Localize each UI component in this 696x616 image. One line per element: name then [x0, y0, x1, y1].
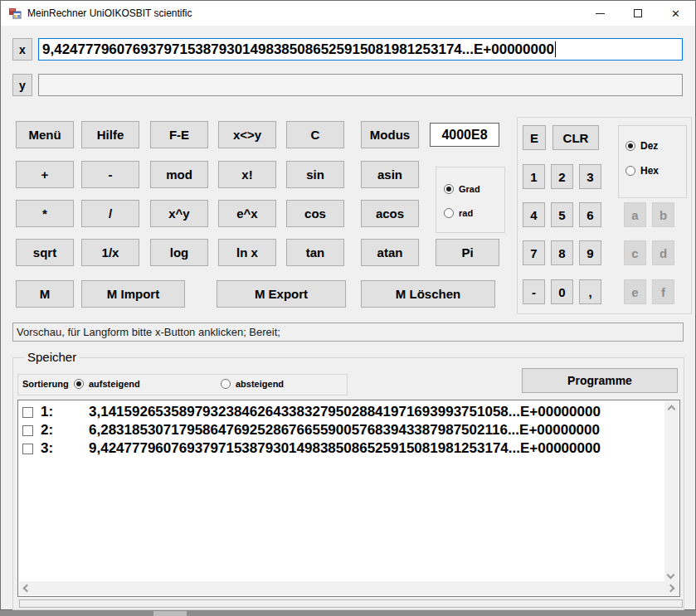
radio-grad-icon	[444, 184, 454, 194]
m-import-button[interactable]: M Import	[81, 280, 185, 308]
key-hex-c: c	[624, 240, 646, 265]
radio-rad[interactable]: rad	[444, 208, 473, 218]
key-1[interactable]: 1	[523, 164, 545, 189]
minimize-button[interactable]	[582, 1, 619, 26]
scroll-left-icon[interactable]	[23, 584, 32, 593]
atan-button[interactable]: atan	[361, 239, 419, 266]
y-label-button[interactable]: y	[12, 74, 32, 96]
memory-list[interactable]: 1: 3,14159265358979323846264338327950288…	[17, 400, 680, 597]
key-hex-b: b	[652, 202, 674, 227]
m-button[interactable]: M	[16, 280, 74, 308]
ln-button[interactable]: ln x	[218, 239, 276, 266]
speicher-title: Speicher	[24, 350, 80, 364]
m-loeschen-button[interactable]: M Löschen	[361, 280, 495, 308]
e-button[interactable]: E	[523, 125, 546, 150]
reciprocal-button[interactable]: 1/x	[81, 239, 139, 266]
list-item[interactable]: 2: 6,28318530717958647692528676655900576…	[18, 421, 679, 439]
minimize-icon	[596, 13, 605, 14]
radio-absteigend-icon	[221, 379, 231, 389]
fe-button[interactable]: F-E	[150, 121, 208, 148]
tan-button[interactable]: tan	[286, 239, 344, 266]
radio-hex[interactable]: Hex	[625, 165, 659, 177]
app-window: MeinRechner UniOIKOSBIT scientific ✕ x 9…	[0, 0, 696, 610]
list-item[interactable]: 3: 9,42477796076937971538793014983850865…	[18, 439, 679, 458]
factorial-button[interactable]: x!	[218, 161, 276, 188]
acos-button[interactable]: acos	[361, 200, 419, 227]
horizontal-scrollbar[interactable]	[19, 581, 680, 595]
multiply-button[interactable]: *	[16, 200, 74, 227]
programme-button[interactable]: Programme	[522, 368, 678, 393]
key-8[interactable]: 8	[551, 240, 573, 265]
swap-xy-button[interactable]: x<>y	[218, 121, 276, 148]
key-hex-f: f	[652, 279, 674, 304]
item-value: 6,28318530717958647692528676655900576839…	[89, 422, 600, 439]
radio-rad-label: rad	[459, 208, 473, 218]
pi-button[interactable]: Pi	[436, 239, 499, 266]
vertical-scrollbar[interactable]	[664, 401, 679, 583]
item-checkbox[interactable]	[22, 444, 33, 454]
item-checkbox[interactable]	[22, 425, 33, 436]
close-button[interactable]: ✕	[656, 1, 695, 26]
key-comma[interactable]: ,	[579, 279, 601, 304]
key-5[interactable]: 5	[551, 202, 573, 227]
exp-button[interactable]: e^x	[218, 200, 276, 227]
key-hex-e: e	[624, 279, 646, 304]
key-negate[interactable]: -	[523, 279, 545, 304]
plus-button[interactable]: +	[16, 161, 74, 188]
item-value: 9,42477796076937971538793014983850865259…	[89, 440, 601, 457]
sqrt-button[interactable]: sqrt	[16, 239, 74, 266]
key-3[interactable]: 3	[579, 164, 601, 189]
item-checkbox[interactable]	[22, 407, 33, 418]
radio-absteigend[interactable]: absteigend	[221, 379, 284, 389]
item-index: 2:	[41, 422, 89, 439]
radio-grad-label: Grad	[459, 184, 480, 194]
key-7[interactable]: 7	[523, 240, 545, 265]
maximize-icon	[634, 9, 642, 17]
app-icon	[8, 7, 22, 20]
x-label-button[interactable]: x	[12, 38, 32, 61]
m-export-button[interactable]: M Export	[217, 280, 346, 308]
radio-aufsteigend-icon	[74, 379, 84, 389]
radio-aufsteigend[interactable]: aufsteigend	[74, 379, 140, 389]
key-2[interactable]: 2	[551, 164, 573, 189]
modus-button[interactable]: Modus	[361, 121, 419, 148]
radio-grad[interactable]: Grad	[444, 184, 480, 194]
list-item[interactable]: 1: 3,14159265358979323846264338327950288…	[18, 403, 679, 421]
taskbar-strip	[0, 611, 696, 616]
status-bar: Vorschau, für Langform bitte x-Button an…	[12, 323, 684, 342]
minus-button[interactable]: -	[81, 161, 139, 188]
asin-button[interactable]: asin	[361, 161, 419, 188]
item-value: 3,14159265358979323846264338327950288419…	[89, 404, 601, 420]
key-6[interactable]: 6	[579, 202, 601, 227]
radio-dez-icon	[625, 141, 635, 151]
sin-button[interactable]: sin	[286, 161, 344, 188]
scroll-down-icon[interactable]	[667, 571, 675, 580]
radio-dez[interactable]: Dez	[625, 140, 658, 152]
y-input[interactable]	[38, 74, 683, 96]
radio-rad-icon	[444, 208, 454, 218]
c-button[interactable]: C	[286, 121, 344, 148]
taskbar-tile	[153, 611, 187, 616]
key-0[interactable]: 0	[551, 279, 573, 304]
mod-button[interactable]: mod	[150, 161, 208, 188]
cos-button[interactable]: cos	[286, 200, 344, 227]
key-4[interactable]: 4	[523, 202, 545, 227]
power-button[interactable]: x^y	[150, 200, 208, 227]
divide-button[interactable]: /	[81, 200, 139, 227]
angle-mode-group	[436, 167, 505, 233]
key-9[interactable]: 9	[579, 240, 601, 265]
mode-input[interactable]: 4000E8	[430, 123, 499, 147]
radio-dez-label: Dez	[640, 140, 658, 152]
scroll-right-icon[interactable]	[667, 584, 675, 593]
x-input[interactable]: 9,42477796076937971538793014983850865259…	[38, 38, 683, 61]
clr-button[interactable]: CLR	[552, 125, 599, 150]
hilfe-button[interactable]: Hilfe	[81, 121, 139, 148]
close-icon: ✕	[671, 8, 680, 19]
key-hex-a: a	[624, 202, 646, 227]
scroll-up-icon[interactable]	[668, 405, 676, 414]
maximize-button[interactable]	[619, 1, 656, 26]
progress-bar	[19, 599, 683, 608]
log-button[interactable]: log	[150, 239, 208, 266]
x-value: 9,42477796076937971538793014983850865259…	[42, 41, 554, 58]
menu-button[interactable]: Menü	[16, 121, 74, 148]
